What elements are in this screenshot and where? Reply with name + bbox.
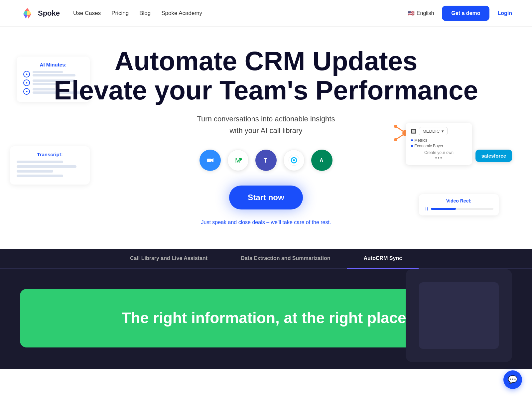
teams-icon: T: [255, 150, 277, 171]
trans-bar-2: [17, 165, 76, 168]
hero-subtitle-line1: Turn conversations into actionable insig…: [197, 115, 335, 123]
flag-icon: 🇺🇸: [408, 10, 415, 16]
tab-call-library[interactable]: Call Library and Live Assistant: [113, 249, 224, 269]
meddic-items: Metrics Economic Buyer: [411, 138, 467, 148]
nav-pricing[interactable]: Pricing: [111, 10, 129, 17]
trans-bar-3: [17, 170, 53, 173]
navbar: Spoke Use Cases Pricing Blog Spoke Acade…: [0, 0, 532, 27]
meddic-label: MEDDIC: [423, 129, 440, 134]
dark-widget: [406, 269, 512, 362]
tagline: Just speak and close deals – we'll take …: [20, 219, 512, 225]
svg-point-5: [394, 125, 397, 128]
hero-title-line2: Elevate your Team's Performance: [54, 75, 478, 105]
transcript-card: Transcript:: [10, 146, 90, 185]
meddic-card: 🔲 MEDDIC ▾ Metrics Economic Buyer Create…: [406, 123, 472, 165]
progress-bar-fill: [431, 208, 456, 210]
start-now-button[interactable]: Start now: [229, 186, 303, 209]
meddic-item-economic-buyer: Economic Buyer: [411, 144, 467, 148]
tabs-row: Call Library and Live Assistant Data Ext…: [0, 249, 532, 269]
brand-name: Spoke: [38, 9, 60, 18]
get-demo-button[interactable]: Get a demo: [442, 6, 489, 21]
language-label: English: [417, 10, 434, 16]
pause-icon[interactable]: ⏸: [424, 206, 429, 211]
login-link[interactable]: Login: [497, 10, 512, 16]
trans-bar-1: [17, 161, 63, 163]
zoom-icon: [200, 150, 221, 171]
svg-line-1: [396, 126, 406, 133]
transcript-title: Transcript:: [17, 152, 83, 157]
svg-point-18: [293, 159, 295, 161]
nav-links: Use Cases Pricing Blog Spoke Academy: [73, 10, 202, 17]
meddic-economic-buyer: Economic Buyer: [414, 144, 443, 148]
video-reel-card: Video Reel: ⏸: [419, 194, 499, 215]
tab-data-extraction[interactable]: Data Extraction and Summarization: [224, 249, 347, 269]
language-selector[interactable]: 🇺🇸 English: [408, 10, 434, 16]
svg-text:A: A: [320, 158, 324, 163]
meddic-item-metrics: Metrics: [411, 138, 467, 143]
meddic-row: 🔲 MEDDIC ▾: [411, 127, 467, 135]
nav-spoke-academy[interactable]: Spoke Academy: [161, 10, 202, 17]
meddic-dot-1: [411, 139, 413, 141]
logo[interactable]: Spoke: [20, 6, 60, 21]
svg-point-8: [394, 138, 397, 141]
svg-rect-10: [207, 159, 211, 162]
nav-blog[interactable]: Blog: [139, 10, 151, 17]
svg-text:T: T: [264, 157, 267, 164]
hero-section: AI Minutes: Transcript:: [0, 27, 532, 249]
meddic-dropdown[interactable]: MEDDIC ▾: [419, 127, 448, 135]
video-reel-title: Video Reel:: [424, 198, 493, 203]
more-options-icon[interactable]: •••: [411, 155, 467, 161]
chevron-down-icon: ▾: [442, 129, 444, 134]
tab-autocrm-sync[interactable]: AutoCRM Sync: [347, 249, 419, 269]
spoke-logo-icon: [20, 6, 35, 21]
svg-line-4: [396, 133, 406, 140]
nav-use-cases[interactable]: Use Cases: [73, 10, 101, 17]
meddic-dot-2: [411, 145, 413, 147]
video-progress[interactable]: ⏸: [424, 206, 493, 211]
ringover-icon: [283, 150, 305, 171]
navbar-left: Spoke Use Cases Pricing Blog Spoke Acade…: [20, 6, 202, 21]
hero-subtitle-line2: with your AI call library: [230, 126, 303, 135]
hero-title-line1: Automate CRM Updates: [114, 46, 417, 76]
aircall-icon: A: [311, 150, 332, 171]
bottom-content: The right information, at the right plac…: [0, 269, 532, 369]
progress-bar-bg: [431, 208, 493, 210]
salesforce-badge: salesforce: [475, 150, 512, 162]
meddic-metrics: Metrics: [414, 138, 427, 143]
hero-title: Automate CRM Updates Elevate your Team's…: [20, 47, 512, 105]
navbar-right: 🇺🇸 English Get a demo Login: [408, 6, 512, 21]
bottom-section: Call Library and Live Assistant Data Ext…: [0, 249, 532, 369]
google-meet-icon: M: [227, 150, 249, 171]
trans-bar-4: [17, 175, 63, 177]
create-own-text[interactable]: Create your own: [411, 150, 467, 155]
